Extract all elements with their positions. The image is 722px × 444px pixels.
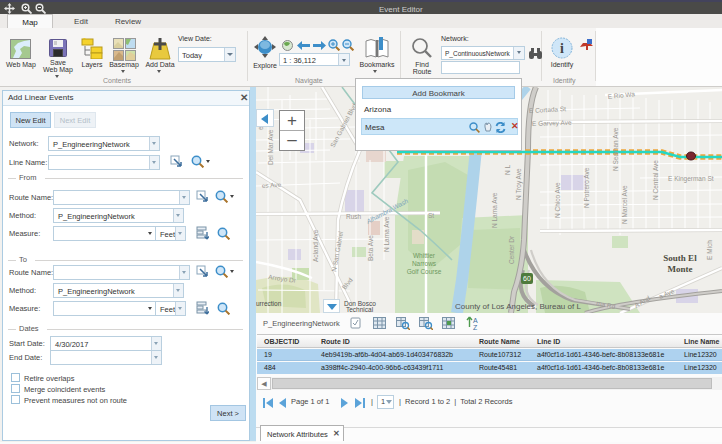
svg-text:Center Dr: Center Dr	[508, 235, 515, 264]
svg-text:Narrows: Narrows	[412, 260, 437, 267]
svg-text:es Ave: es Ave	[262, 181, 282, 189]
svg-text:Del Mar Ave: Del Mar Ave	[267, 129, 274, 165]
svg-text:Z: Z	[473, 324, 478, 330]
svg-text:Acland Ave: Acland Ave	[312, 229, 319, 262]
svg-text:60: 60	[523, 275, 531, 282]
svg-text:N Lama Ave: N Lama Ave	[491, 192, 498, 228]
svg-text:Monte: Monte	[668, 264, 693, 274]
svg-text:South El: South El	[663, 253, 697, 263]
svg-text:Rush: Rush	[346, 213, 362, 220]
svg-text:Technical: Technical	[346, 306, 374, 313]
svg-text:N Marcel Ave: N Marcel Ave	[621, 185, 628, 224]
svg-text:N L: N L	[504, 165, 511, 176]
svg-text:County of Los Angeles, Bureau: County of Los Angeles, Bureau of L	[455, 302, 581, 311]
svg-text:N Seaman Ave: N Seaman Ave	[612, 127, 619, 171]
svg-text:N Central Ave: N Central Ave	[652, 160, 659, 200]
svg-text:urrection: urrection	[256, 300, 282, 307]
svg-text:i: i	[560, 41, 564, 56]
svg-text:N Chico Ave: N Chico Ave	[554, 182, 561, 218]
svg-text:N Potrero Ave: N Potrero Ave	[583, 167, 590, 208]
svg-text:St: St	[428, 212, 434, 219]
svg-text:Beta Ave: Beta Ave	[367, 235, 374, 261]
svg-text:N Lama Ave: N Lama Ave	[383, 216, 390, 252]
svg-text:N Troy Ave: N Troy Ave	[515, 168, 523, 200]
svg-text:Golf Course: Golf Course	[407, 268, 442, 275]
svg-text:E Mich: E Mich	[706, 240, 713, 260]
svg-text:E Kingerman St: E Kingerman St	[668, 175, 714, 183]
svg-text:Whittier: Whittier	[413, 252, 436, 259]
svg-text:A: A	[473, 317, 478, 324]
